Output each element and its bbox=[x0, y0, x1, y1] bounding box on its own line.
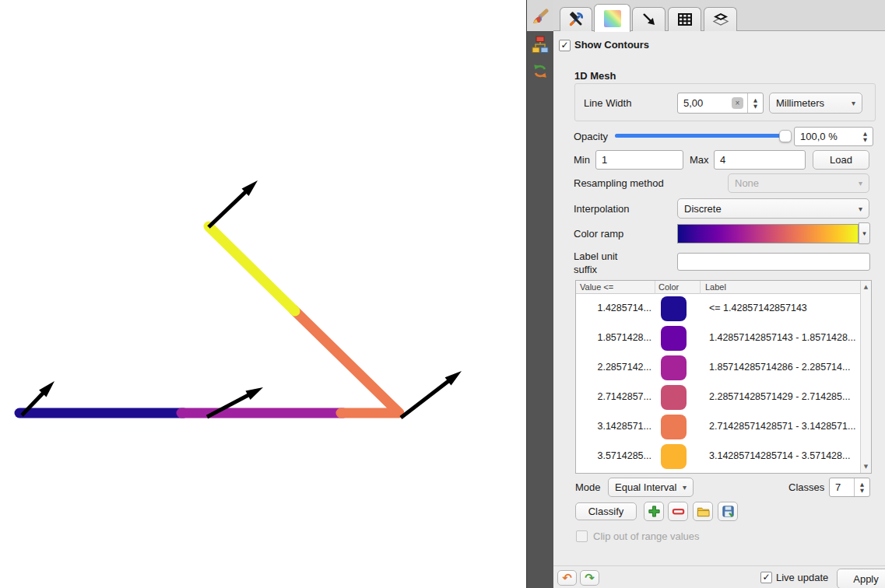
class-value: 3.1428571... bbox=[576, 421, 651, 432]
class-label: 2.28571428571429 - 2.714285... bbox=[709, 391, 850, 402]
min-value: 1 bbox=[602, 154, 607, 166]
line-width-spinbox[interactable]: 5,00 × ▲▼ bbox=[677, 93, 764, 114]
class-color-swatch[interactable] bbox=[661, 355, 687, 380]
min-label: Min bbox=[574, 154, 590, 166]
tab-stacked-meshes[interactable] bbox=[704, 7, 737, 31]
table-row[interactable]: 1.8571428...1.42857142857143 - 1.8571428… bbox=[576, 324, 861, 353]
class-label: <= 1.42857142857143 bbox=[709, 303, 807, 313]
class-color-swatch[interactable] bbox=[661, 444, 687, 469]
table-scrollbar[interactable]: ▲ ▼ bbox=[860, 281, 871, 473]
column-header-label[interactable]: Label bbox=[705, 282, 726, 292]
color-ramp-label: Color ramp bbox=[574, 228, 623, 240]
spin-arrows[interactable]: ▲▼ bbox=[747, 93, 763, 113]
color-ramp-dropdown-button[interactable]: ▾ bbox=[859, 222, 870, 244]
tab-vectors[interactable] bbox=[632, 7, 666, 31]
undo-icon: ↶ bbox=[562, 572, 572, 584]
spin-arrows[interactable]: ▲▼ bbox=[854, 478, 869, 496]
table-row-partial[interactable] bbox=[576, 471, 861, 474]
interpolation-value: Discrete bbox=[684, 203, 722, 215]
load-classes-button[interactable] bbox=[693, 502, 713, 521]
max-value: 4 bbox=[720, 154, 725, 166]
class-color-swatch[interactable] bbox=[661, 415, 687, 439]
tools-icon bbox=[567, 11, 585, 28]
class-color-swatch[interactable] bbox=[661, 296, 687, 321]
opacity-value: 100,0 % bbox=[795, 131, 858, 142]
class-value: 3.5714285... bbox=[576, 450, 651, 461]
layer-tree-icon[interactable] bbox=[532, 35, 549, 55]
table-row[interactable]: 3.5714285...3.14285714285714 - 3.571428.… bbox=[576, 442, 861, 471]
edge-class-orange bbox=[293, 310, 399, 413]
save-classes-button[interactable] bbox=[718, 502, 738, 521]
class-value: 2.7142857... bbox=[576, 391, 651, 402]
classes-table[interactable]: Value <= Color Label 1.4285714...<= 1.42… bbox=[575, 280, 872, 474]
unit-combo-value: Millimeters bbox=[776, 97, 824, 109]
table-row[interactable]: 3.1428571...2.71428571428571 - 3.1428571… bbox=[576, 412, 861, 442]
column-header-color[interactable]: Color bbox=[658, 282, 679, 292]
class-color-swatch bbox=[661, 473, 687, 474]
resampling-label: Resampling method bbox=[574, 177, 664, 189]
class-label: 2.71428571428571 - 3.1428571... bbox=[709, 421, 855, 432]
mesh-group-title: 1D Mesh bbox=[574, 70, 616, 82]
tab-contours[interactable] bbox=[594, 4, 630, 32]
mode-combo[interactable]: Equal Interval ▾ bbox=[608, 478, 694, 497]
class-color-swatch[interactable] bbox=[661, 385, 687, 410]
spin-arrows[interactable]: ▲▼ bbox=[858, 128, 873, 145]
undo-button[interactable]: ↶ bbox=[557, 570, 577, 586]
max-input[interactable]: 4 bbox=[714, 150, 806, 170]
classes-table-body: 1.4285714...<= 1.428571428571431.8571428… bbox=[576, 294, 861, 474]
edge-class-yellow bbox=[209, 226, 295, 311]
label-suffix-label: Label unit suffix bbox=[574, 250, 636, 276]
add-class-button[interactable] bbox=[644, 502, 664, 521]
class-label: 3.14285714285714 - 3.571428... bbox=[709, 450, 850, 461]
chevron-down-icon: ▾ bbox=[852, 99, 855, 107]
minus-icon bbox=[672, 505, 685, 518]
live-update-checkbox[interactable]: ✓ bbox=[760, 572, 772, 583]
layer-styling-panel: ✓ Show Contours 1D Mesh Line Width 5,00 … bbox=[527, 0, 885, 588]
classes-label: Classes bbox=[788, 481, 824, 493]
line-width-label: Line Width bbox=[584, 97, 631, 109]
table-row[interactable]: 2.7142857...2.28571428571429 - 2.714285.… bbox=[576, 383, 861, 412]
clip-checkbox: ✓ bbox=[576, 530, 588, 542]
table-row[interactable]: 2.2857142...1.85714285714286 - 2.285714.… bbox=[576, 353, 861, 383]
remove-class-button[interactable] bbox=[668, 502, 688, 521]
clear-value-icon[interactable]: × bbox=[732, 97, 743, 109]
label-suffix-input[interactable] bbox=[677, 253, 870, 271]
max-label: Max bbox=[690, 154, 709, 166]
class-value: 1.4285714... bbox=[576, 303, 651, 313]
apply-button[interactable]: Apply bbox=[837, 569, 885, 588]
history-icon[interactable] bbox=[532, 61, 549, 82]
grid-icon bbox=[676, 11, 694, 28]
class-value: 2.2857142... bbox=[576, 362, 651, 373]
class-color-swatch[interactable] bbox=[661, 326, 687, 351]
clip-label: Clip out of range values bbox=[593, 530, 700, 542]
tab-general[interactable] bbox=[560, 7, 592, 31]
mode-label: Mode bbox=[575, 481, 601, 493]
classify-button[interactable]: Classify bbox=[575, 502, 637, 520]
flow-arrow bbox=[401, 371, 462, 418]
resampling-combo: None ▾ bbox=[728, 173, 869, 193]
load-button[interactable]: Load bbox=[813, 150, 869, 170]
min-input[interactable]: 1 bbox=[595, 150, 683, 170]
scroll-up-icon[interactable]: ▲ bbox=[861, 284, 871, 290]
opacity-slider-handle[interactable] bbox=[779, 130, 792, 142]
redo-button[interactable]: ↷ bbox=[580, 570, 599, 586]
line-width-value: 5,00 bbox=[678, 97, 732, 109]
column-header-value[interactable]: Value <= bbox=[580, 282, 613, 292]
chevron-down-icon: ▾ bbox=[859, 205, 862, 213]
flow-arrow bbox=[209, 180, 258, 227]
line-width-unit-combo[interactable]: Millimeters ▾ bbox=[769, 93, 862, 114]
paintbrush-icon[interactable] bbox=[532, 7, 549, 27]
table-row[interactable]: 1.4285714...<= 1.42857142857143 bbox=[576, 294, 861, 324]
classes-spinbox[interactable]: 7 ▲▼ bbox=[829, 478, 870, 497]
interpolation-combo[interactable]: Discrete ▾ bbox=[677, 198, 869, 219]
map-canvas[interactable] bbox=[0, 0, 526, 588]
color-ramp-preview[interactable] bbox=[677, 224, 859, 243]
tab-mesh-frame[interactable] bbox=[668, 7, 701, 31]
show-contours-checkbox[interactable]: ✓ bbox=[559, 40, 571, 51]
scroll-down-icon[interactable]: ▼ bbox=[861, 464, 871, 470]
opacity-spinbox[interactable]: 100,0 % ▲▼ bbox=[794, 127, 873, 146]
arrow-icon bbox=[641, 11, 658, 28]
styling-panel-strip bbox=[527, 0, 553, 588]
folder-icon bbox=[697, 505, 710, 518]
plus-icon bbox=[648, 505, 661, 518]
